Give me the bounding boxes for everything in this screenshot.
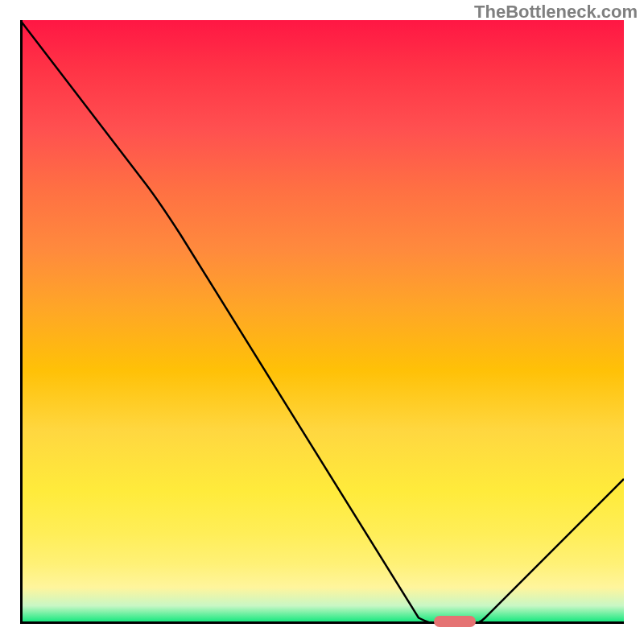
bottleneck-curve — [20, 20, 624, 624]
watermark-text: TheBottleneck.com — [474, 2, 638, 23]
plot-area — [20, 20, 624, 624]
chart-container: TheBottleneck.com — [0, 0, 644, 644]
optimal-marker — [434, 616, 477, 627]
